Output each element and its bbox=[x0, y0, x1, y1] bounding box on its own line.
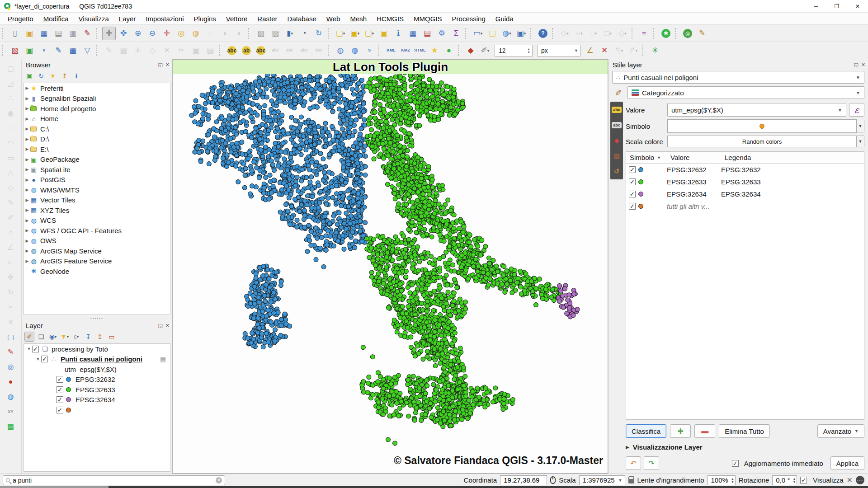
osm-place-search[interactable]: ✎ bbox=[695, 27, 709, 40]
render-checkbox[interactable]: ✓ bbox=[800, 477, 807, 483]
new-geopackage-layer[interactable]: ▣ bbox=[23, 44, 36, 57]
browser-item-geonode[interactable]: ✱GeoNode bbox=[24, 266, 170, 277]
styling-layer-combo[interactable]: ∴ Punti casuali nei poligoni ▼ bbox=[612, 71, 864, 84]
kml-tool[interactable]: KML bbox=[384, 44, 398, 57]
select-rect-tool[interactable]: ▢ bbox=[4, 330, 18, 344]
annotation-red-tool[interactable]: ✎ bbox=[4, 345, 18, 359]
browser-item-segnalibri-spaziali[interactable]: ▶▮Segnalibri Spaziali bbox=[24, 94, 170, 104]
spatial-bookmarks[interactable]: ▮▾ bbox=[283, 27, 297, 40]
delete-all-button[interactable]: Elimina Tutto bbox=[719, 424, 770, 438]
close-panel-icon[interactable]: ✕ bbox=[165, 323, 170, 328]
collapse-all-layers[interactable]: ↥ bbox=[95, 332, 105, 342]
maximize-button[interactable]: ❐ bbox=[826, 0, 847, 12]
advanced-button[interactable]: Avanzato▼ bbox=[817, 424, 864, 438]
browser-item-wms-wmts[interactable]: ▶◍WMS/WMTS bbox=[24, 185, 170, 195]
filter-by-expression[interactable]: ε▾ bbox=[71, 332, 81, 342]
table-row[interactable]: ✓EPSG:32633EPSG:32633 bbox=[626, 176, 864, 188]
grid-tool[interactable]: ▦ bbox=[4, 420, 18, 433]
html-kmz-tool[interactable]: HTML bbox=[413, 44, 427, 57]
row-checkbox[interactable]: ✓ bbox=[629, 166, 636, 173]
browser-item-arcgis-map-service[interactable]: ▶◍ArcGIS Map Service bbox=[24, 246, 170, 256]
menu-impostazioni[interactable]: Impostazioni bbox=[141, 14, 189, 24]
layer-checkbox[interactable]: ✓ bbox=[32, 346, 39, 352]
categories-table-header[interactable]: Simbolo▼ Valore Legenda bbox=[626, 152, 864, 164]
layer-checkbox[interactable]: ✓ bbox=[57, 396, 63, 403]
new-3d-map[interactable]: ▧ bbox=[254, 27, 268, 40]
menu-web[interactable]: Web bbox=[321, 14, 345, 24]
messages-icon[interactable]: ··· bbox=[856, 476, 864, 484]
apply-button[interactable]: Applica bbox=[830, 456, 864, 470]
new-project[interactable]: ▯ bbox=[8, 27, 22, 40]
renderer-combo[interactable]: Categorizzato ▼ bbox=[627, 86, 864, 99]
panel-splitter[interactable]: •••••• bbox=[22, 317, 172, 320]
remove-category-button[interactable]: ▬ bbox=[694, 424, 715, 438]
statistics-panel[interactable]: Σ bbox=[449, 27, 463, 40]
browser-item-vector-tiles[interactable]: ▶▦Vector Tiles bbox=[24, 195, 170, 206]
identify-features[interactable]: ℹ bbox=[392, 27, 405, 40]
expand-all[interactable]: ↧ bbox=[83, 332, 93, 342]
browser-item-d-[interactable]: ▶D:\ bbox=[24, 134, 170, 145]
layer-checkbox[interactable]: ✓ bbox=[41, 356, 48, 362]
filter-legend[interactable]: ▼▾ bbox=[60, 332, 70, 342]
rotation-spinbox[interactable]: 0,0 ° ▲▼ bbox=[772, 475, 797, 485]
row-checkbox[interactable]: ✓ bbox=[629, 178, 636, 185]
layer-checkbox[interactable]: ✓ bbox=[57, 376, 63, 383]
classify-button[interactable]: Classifica bbox=[626, 424, 666, 438]
open-attribute-table[interactable]: ▦ bbox=[406, 27, 420, 40]
menu-layer[interactable]: Layer bbox=[114, 14, 141, 24]
globe-tool-2[interactable]: ◍ bbox=[348, 44, 362, 57]
browser-item-e-[interactable]: ▶E:\ bbox=[24, 144, 170, 155]
float-panel-icon[interactable]: ◱ bbox=[158, 62, 162, 68]
layer-checkbox[interactable]: ✓ bbox=[57, 386, 63, 393]
abc-globe-tool[interactable]: S bbox=[363, 44, 376, 57]
float-panel-icon[interactable]: ◱ bbox=[158, 323, 162, 328]
zoom-full[interactable]: ✛ bbox=[160, 27, 174, 40]
close-panel-icon[interactable]: ✕ bbox=[861, 62, 865, 68]
annotation-pen[interactable]: ✐▾ bbox=[478, 44, 492, 57]
float-panel-icon[interactable]: ◱ bbox=[854, 62, 858, 68]
manage-map-themes[interactable]: ◉▾ bbox=[48, 332, 58, 342]
layer-labeling[interactable]: abc bbox=[225, 44, 239, 57]
python-console[interactable]: ▣▾ bbox=[514, 27, 528, 40]
remove-style-tool[interactable]: ✕ bbox=[598, 44, 611, 57]
browser-item-wcs[interactable]: ▶◍WCS bbox=[24, 216, 170, 226]
menu-database[interactable]: Database bbox=[283, 14, 321, 24]
select-features[interactable]: ▢▾ bbox=[334, 27, 347, 40]
new-spatialite-layer[interactable]: ✎ bbox=[52, 44, 65, 57]
symbol-preview-button[interactable] bbox=[667, 119, 857, 133]
green-circle-plugin[interactable]: ● bbox=[442, 44, 456, 57]
line-style-tool[interactable]: ∠ bbox=[583, 44, 597, 57]
zoom-out[interactable]: ⊖ bbox=[146, 27, 159, 40]
menu-processing[interactable]: Processing bbox=[447, 14, 491, 24]
search-input[interactable] bbox=[13, 477, 213, 484]
browser-item-ows[interactable]: ▶◍OWS bbox=[24, 236, 170, 246]
category-row[interactable]: ✓EPSG:32634 bbox=[24, 395, 170, 405]
minimize-button[interactable]: ─ bbox=[806, 0, 826, 12]
color-ramp-button[interactable]: Random colors bbox=[667, 136, 857, 147]
unit-combo[interactable]: px▼ bbox=[537, 45, 580, 56]
elevation-profile[interactable]: ≈ bbox=[637, 27, 651, 40]
scale-combo[interactable]: 1:3976925 ▼ bbox=[579, 475, 625, 485]
menu-visualizza[interactable]: Visualizza bbox=[74, 14, 114, 24]
zoom-in[interactable]: ⊕ bbox=[131, 27, 145, 40]
tab-diagrams[interactable]: ▥ bbox=[610, 149, 623, 163]
browser-item-xyz-tiles[interactable]: ▶▦XYZ Tiles bbox=[24, 205, 170, 216]
metasearch[interactable]: ◍▾ bbox=[500, 27, 514, 40]
point-marker-tool[interactable]: ● bbox=[4, 375, 18, 389]
menu-modifica[interactable]: Modifica bbox=[38, 14, 74, 24]
layer-rendering-section[interactable]: ▶ Visualizzazione Layer bbox=[626, 443, 864, 451]
magnifier-spinbox[interactable]: 100% ▲▼ bbox=[708, 475, 736, 485]
table-row[interactable]: ✓EPSG:32632EPSG:32632 bbox=[626, 164, 864, 176]
redo-style-button[interactable]: ↷ bbox=[644, 456, 659, 470]
qgis-share[interactable]: ✱ bbox=[659, 27, 673, 40]
coordinate-box[interactable] bbox=[500, 475, 547, 485]
add-group[interactable]: ❏ bbox=[36, 332, 46, 342]
refresh-browser[interactable]: ↻ bbox=[36, 71, 46, 81]
layer-row[interactable]: ▼✓∴Punti casuali nei poligoni▤ bbox=[24, 354, 170, 365]
menu-mmqgis[interactable]: MMQGIS bbox=[409, 14, 447, 24]
processing-favorites[interactable]: ✳ bbox=[648, 44, 662, 57]
browser-item-home[interactable]: ▶⌂Home bbox=[24, 114, 170, 124]
browser-item-arcgis-feature-service[interactable]: ▶◍ArcGIS Feature Service bbox=[24, 256, 170, 267]
symbol-dropdown[interactable]: ▼ bbox=[857, 120, 864, 132]
zoom-to-selection[interactable]: ◎ bbox=[175, 27, 188, 40]
